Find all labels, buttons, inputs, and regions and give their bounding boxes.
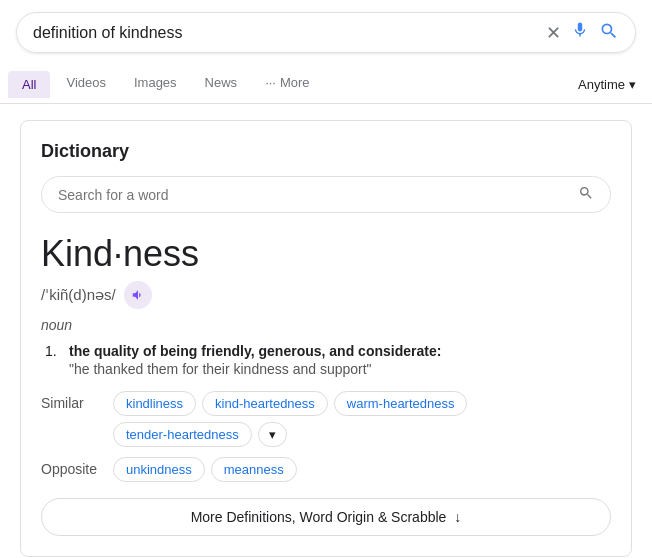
clear-icon[interactable]: ✕ xyxy=(546,24,561,42)
definition-quote: "he thanked them for their kindness and … xyxy=(69,361,441,377)
similar-row: Similar kindliness kind-heartedness warm… xyxy=(41,391,611,447)
tab-videos[interactable]: Videos xyxy=(54,65,118,103)
arrow-down-icon: ↓ xyxy=(454,509,461,525)
search-bar-container: ✕ xyxy=(0,0,652,65)
more-definitions-button[interactable]: More Definitions, Word Origin & Scrabble… xyxy=(41,498,611,536)
tab-news[interactable]: News xyxy=(193,65,250,103)
tag-meanness[interactable]: meanness xyxy=(211,457,297,482)
tag-kind-heartedness[interactable]: kind-heartedness xyxy=(202,391,328,416)
main-content: Dictionary Kind·ness /ˈkiñ(d)nəs/ xyxy=(0,104,652,558)
similar-label: Similar xyxy=(41,391,101,411)
pronunciation: /ˈkiñ(d)nəs/ xyxy=(41,281,611,309)
chevron-down-icon xyxy=(629,77,636,92)
dictionary-search-icon xyxy=(578,185,594,204)
word-type: noun xyxy=(41,317,611,333)
tab-more[interactable]: ··· More xyxy=(253,65,321,103)
word-relations: Similar kindliness kind-heartedness warm… xyxy=(41,391,611,482)
tag-warm-heartedness[interactable]: warm-heartedness xyxy=(334,391,468,416)
dictionary-search-input[interactable] xyxy=(58,187,570,203)
pronunciation-text: /ˈkiñ(d)nəs/ xyxy=(41,286,116,304)
dictionary-section: Dictionary Kind·ness /ˈkiñ(d)nəs/ xyxy=(20,120,632,557)
dictionary-header: Dictionary xyxy=(41,141,611,162)
tag-unkindness[interactable]: unkindness xyxy=(113,457,205,482)
search-bar: ✕ xyxy=(16,12,636,53)
chevron-down-icon: ▾ xyxy=(269,427,276,442)
definition-main-text: the quality of being friendly, generous,… xyxy=(69,343,441,359)
similar-tags: kindliness kind-heartedness warm-hearted… xyxy=(113,391,611,447)
opposite-row: Opposite unkindness meanness xyxy=(41,457,611,482)
search-icon[interactable] xyxy=(599,21,619,44)
mic-icon[interactable] xyxy=(571,21,589,44)
tab-images[interactable]: Images xyxy=(122,65,189,103)
tag-tender-heartedness[interactable]: tender-heartedness xyxy=(113,422,252,447)
definition-number: 1. xyxy=(45,343,61,377)
definitions-list: 1. the quality of being friendly, genero… xyxy=(45,343,611,377)
tabs-container: All Videos Images News ··· More Anytime xyxy=(0,65,652,104)
dictionary-search-bar xyxy=(41,176,611,213)
word-heading: Kind·ness xyxy=(41,233,611,275)
opposite-label: Opposite xyxy=(41,457,101,477)
tab-anytime[interactable]: Anytime xyxy=(570,67,644,102)
audio-button[interactable] xyxy=(124,281,152,309)
search-input[interactable] xyxy=(33,24,536,42)
definition-content: the quality of being friendly, generous,… xyxy=(69,343,441,377)
opposite-tags: unkindness meanness xyxy=(113,457,297,482)
expand-similar-button[interactable]: ▾ xyxy=(258,422,287,447)
tab-all[interactable]: All xyxy=(8,71,50,98)
tag-kindliness[interactable]: kindliness xyxy=(113,391,196,416)
definition-item: 1. the quality of being friendly, genero… xyxy=(45,343,611,377)
